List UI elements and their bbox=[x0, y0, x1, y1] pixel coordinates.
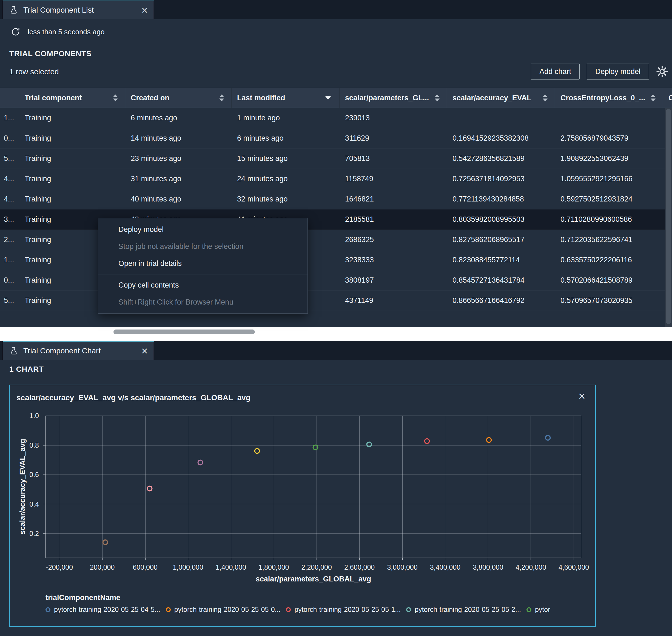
column-header-accuracy[interactable]: scalar/accuracy_EVAL bbox=[447, 88, 555, 108]
x-gridline bbox=[274, 416, 274, 558]
cell-accuracy: 0.8545727136431784 bbox=[447, 270, 555, 290]
column-header-label: Trial component bbox=[25, 94, 82, 102]
table-row[interactable]: 0...Training14 minutes ago6 minutes ago3… bbox=[0, 128, 672, 148]
legend-swatch bbox=[406, 607, 411, 612]
y-gridline bbox=[46, 475, 581, 475]
cell-parameters: 705813 bbox=[340, 148, 447, 168]
column-header-extra[interactable]: C bbox=[663, 88, 672, 108]
legend-swatch bbox=[286, 607, 291, 612]
cell-loss: 0.6335750222206116 bbox=[555, 250, 663, 270]
column-header-last-modified[interactable]: Last modified bbox=[231, 88, 340, 108]
x-tick-mark bbox=[359, 558, 360, 560]
cell-trial-component: Training bbox=[19, 189, 125, 209]
table-row[interactable]: 5...Training23 minutes ago15 minutes ago… bbox=[0, 148, 672, 169]
menu-item-copy-cell-contents[interactable]: Copy cell contents bbox=[98, 277, 307, 294]
cell-loss: 0.5702066421508789 bbox=[555, 270, 663, 290]
column-header-name[interactable] bbox=[0, 88, 19, 108]
x-gridline bbox=[359, 416, 360, 558]
cell-loss: 2.758056879043579 bbox=[555, 128, 663, 148]
tab-trial-component-chart[interactable]: Trial Component Chart × bbox=[3, 341, 154, 360]
scatter-plot-area bbox=[45, 416, 581, 558]
trial-component-chart-panel: Trial Component Chart × 1 CHART scalar/a… bbox=[0, 341, 672, 636]
sort-desc-icon bbox=[325, 96, 331, 100]
data-point bbox=[486, 437, 492, 443]
legend-item[interactable]: pytorch-training-2020-05-25-04-5... bbox=[45, 605, 160, 614]
legend-item[interactable]: pytorch-training-2020-05-25-05-2... bbox=[406, 605, 521, 614]
tab-trial-component-list[interactable]: Trial Component List × bbox=[3, 1, 154, 19]
deploy-model-button[interactable]: Deploy model bbox=[587, 64, 649, 79]
column-header-trial-component[interactable]: Trial component bbox=[19, 88, 125, 108]
legend-item[interactable]: pytor bbox=[527, 605, 550, 614]
refresh-icon[interactable] bbox=[11, 27, 21, 37]
table-row[interactable]: 4...Training31 minutes ago24 minutes ago… bbox=[0, 169, 672, 189]
chart-close-icon[interactable]: × bbox=[578, 390, 585, 402]
cell-last-modified: 15 minutes ago bbox=[231, 148, 340, 168]
sort-down-arrow bbox=[435, 99, 440, 101]
menu-item-deploy-model[interactable]: Deploy model bbox=[98, 221, 307, 238]
column-header-parameters[interactable]: scalar/parameters_GL... bbox=[340, 88, 447, 108]
cell-last-modified: 24 minutes ago bbox=[231, 169, 340, 189]
vertical-scrollbar[interactable] bbox=[665, 108, 672, 327]
x-tick-label: 3,000,000 bbox=[387, 563, 418, 571]
cell-parameters: 2686325 bbox=[340, 230, 447, 250]
x-gridline bbox=[188, 416, 188, 558]
y-tick-labels: 0.20.40.60.81.0 bbox=[10, 416, 41, 558]
trial-component-list-panel: Trial Component List × less than 5 secon… bbox=[0, 0, 672, 327]
sort-up-arrow bbox=[651, 95, 655, 97]
x-tick-label: 3,800,000 bbox=[473, 563, 503, 571]
x-tick-mark bbox=[274, 558, 274, 560]
x-tick-label: 600,000 bbox=[133, 563, 157, 571]
tab-close-icon[interactable]: × bbox=[141, 345, 148, 356]
vertical-scrollbar-thumb[interactable] bbox=[666, 109, 671, 324]
sort-up-arrow bbox=[219, 95, 224, 97]
x-tick-label: 4,200,000 bbox=[516, 563, 546, 571]
y-tick-mark bbox=[43, 504, 46, 504]
column-header-label: scalar/parameters_GL... bbox=[345, 94, 429, 102]
legend-label: pytorch-training-2020-05-25-05-1... bbox=[294, 605, 401, 614]
cell-trial-component: Training bbox=[19, 108, 125, 128]
sort-up-arrow bbox=[543, 95, 548, 97]
section-title: TRIAL COMPONENTS bbox=[9, 49, 91, 58]
menu-item-shift-right-click-for-browser-menu: Shift+Right Click for Browser Menu bbox=[98, 294, 307, 311]
table-row[interactable]: 4...Training40 minutes ago32 minutes ago… bbox=[0, 189, 672, 210]
column-header-label: CrossEntropyLoss_0_... bbox=[561, 94, 645, 102]
experiment-flask-icon bbox=[9, 5, 18, 15]
sort-down-arrow bbox=[113, 99, 118, 101]
legend-swatch bbox=[45, 607, 50, 612]
y-tick-label: 1.0 bbox=[29, 412, 39, 420]
legend-item[interactable]: pytorch-training-2020-05-25-05-1... bbox=[286, 605, 401, 614]
sort-down-arrow bbox=[543, 99, 548, 101]
x-tick-mark bbox=[531, 558, 531, 560]
last-refreshed-text: less than 5 seconds ago bbox=[28, 28, 104, 36]
y-tick-label: 0.4 bbox=[29, 500, 39, 508]
x-tick-label: 3,400,000 bbox=[430, 563, 461, 571]
menu-item-open-in-trial-details[interactable]: Open in trial details bbox=[98, 255, 307, 272]
data-point bbox=[366, 441, 372, 447]
column-header-created-on[interactable]: Created on bbox=[125, 88, 231, 108]
cell-accuracy: 0.7256371814092953 bbox=[447, 169, 555, 189]
column-header-label: C bbox=[668, 94, 672, 102]
table-row[interactable]: 1...Training6 minutes ago1 minute ago239… bbox=[0, 108, 672, 128]
horizontal-scrollbar-thumb[interactable] bbox=[114, 330, 255, 334]
column-header-label: Created on bbox=[131, 94, 169, 102]
horizontal-scrollbar-track[interactable] bbox=[0, 327, 672, 341]
settings-gear-icon[interactable] bbox=[656, 65, 668, 78]
column-header-loss[interactable]: CrossEntropyLoss_0_... bbox=[555, 88, 663, 108]
tab-close-icon[interactable]: × bbox=[141, 5, 148, 16]
cell-parameters: 1158749 bbox=[340, 169, 447, 189]
cell-accuracy: 0.823088455772114 bbox=[447, 250, 555, 270]
data-point bbox=[254, 448, 260, 454]
cell-parameters: 2185581 bbox=[340, 210, 447, 230]
x-gridline bbox=[445, 416, 445, 558]
x-tick-label: 2,600,000 bbox=[344, 563, 375, 571]
data-point bbox=[102, 539, 108, 545]
data-point bbox=[198, 459, 203, 465]
experiment-flask-icon bbox=[9, 346, 18, 356]
x-tick-mark bbox=[188, 558, 188, 560]
cell-last-modified: 32 minutes ago bbox=[231, 189, 340, 209]
x-tick-mark bbox=[231, 558, 231, 560]
legend-item[interactable]: pytorch-training-2020-05-25-05-0... bbox=[166, 605, 281, 614]
x-tick-label: 4,600,000 bbox=[558, 563, 589, 571]
legend-label: pytorch-training-2020-05-25-05-2... bbox=[415, 605, 521, 614]
add-chart-button[interactable]: Add chart bbox=[531, 64, 579, 79]
